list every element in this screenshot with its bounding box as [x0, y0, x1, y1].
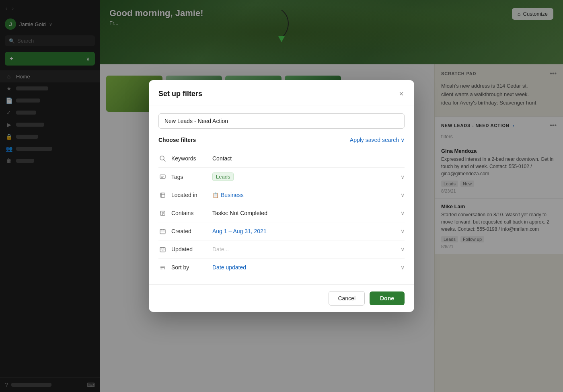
- filter-row-updated: Updated Date... ∨: [158, 240, 405, 259]
- modal-title: Set up filters: [158, 90, 202, 98]
- modal-body: Choose filters Apply saved search ∨: [149, 105, 414, 284]
- located-in-value-area[interactable]: 📋 Business ∨: [212, 192, 405, 198]
- filter-row-sort-by: Sort by Date updated ∨: [158, 259, 405, 276]
- cursor-arrow: [269, 8, 294, 50]
- updated-value: Date...: [212, 246, 229, 252]
- sort-by-value: Date updated: [212, 264, 246, 271]
- created-icon: [158, 227, 166, 235]
- modal-overlay[interactable]: Set up filters × Choose filters Apply sa…: [0, 0, 563, 392]
- svg-marker-0: [278, 36, 285, 42]
- filter-row-tags: Tags Leads ∨: [158, 168, 405, 186]
- sort-by-chevron-icon: ∨: [401, 264, 405, 271]
- contains-value: Tasks: Not Completed: [212, 210, 267, 216]
- updated-value-area[interactable]: Date... ∨: [212, 246, 405, 252]
- filter-rows: Keywords Contact: [158, 150, 405, 276]
- keywords-label: Keywords: [171, 155, 208, 162]
- created-value-area[interactable]: Aug 1 – Aug 31, 2021 ∨: [212, 228, 405, 234]
- keywords-value: Contact: [212, 155, 232, 162]
- choose-filters-label: Choose filters: [158, 137, 196, 143]
- located-in-type-icon: 📋: [212, 192, 219, 198]
- located-in-icon: [158, 191, 166, 199]
- apply-saved-search-button[interactable]: Apply saved search ∨: [350, 137, 405, 143]
- created-chevron-icon: ∨: [401, 228, 405, 234]
- updated-label: Updated: [171, 246, 208, 252]
- located-in-chevron-icon: ∨: [401, 192, 405, 198]
- contains-label: Contains: [171, 210, 208, 216]
- svg-rect-3: [160, 175, 165, 179]
- contains-chevron-icon: ∨: [401, 210, 405, 216]
- filters-section-header: Choose filters Apply saved search ∨: [158, 137, 405, 143]
- located-in-label: Located in: [171, 192, 208, 198]
- done-button[interactable]: Done: [370, 291, 405, 305]
- filter-row-contains: Contains Tasks: Not Completed ∨: [158, 204, 405, 222]
- filter-row-keywords: Keywords Contact: [158, 150, 405, 168]
- close-icon: ×: [399, 89, 404, 98]
- svg-rect-6: [160, 193, 165, 197]
- tags-label: Tags: [171, 174, 208, 180]
- filter-name-input[interactable]: [158, 113, 405, 129]
- modal-footer: Cancel Done: [149, 284, 414, 312]
- updated-icon: [158, 245, 166, 253]
- sort-by-value-area[interactable]: Date updated ∨: [212, 264, 405, 271]
- created-label: Created: [171, 228, 208, 234]
- sort-by-icon: [158, 263, 166, 271]
- svg-rect-18: [160, 247, 165, 252]
- filter-row-created: Created Aug 1 – Aug 31, 2021 ∨: [158, 222, 405, 240]
- modal-dialog: Set up filters × Choose filters Apply sa…: [149, 80, 414, 312]
- apply-saved-search-label: Apply saved search: [350, 137, 399, 143]
- tags-value-area[interactable]: Leads ∨: [212, 172, 405, 181]
- filter-row-located-in: Located in 📋 Business ∨: [158, 186, 405, 204]
- apply-saved-search-chevron: ∨: [401, 137, 405, 143]
- app-shell: ‹ › J Jamie Gold ∨ 🔍 + ∨ ⌂ Home: [0, 0, 563, 392]
- modal-close-button[interactable]: ×: [398, 89, 405, 99]
- contains-icon: [158, 209, 166, 217]
- sort-by-label: Sort by: [171, 264, 208, 271]
- updated-chevron-icon: ∨: [401, 246, 405, 252]
- located-in-value: Business: [221, 192, 244, 198]
- contains-value-area[interactable]: Tasks: Not Completed ∨: [212, 210, 405, 216]
- modal-header: Set up filters ×: [149, 80, 414, 105]
- tags-chevron-icon: ∨: [401, 174, 405, 180]
- created-value: Aug 1 – Aug 31, 2021: [212, 228, 267, 234]
- tags-icon: [158, 173, 166, 181]
- cancel-button[interactable]: Cancel: [329, 291, 365, 306]
- svg-rect-14: [160, 229, 165, 234]
- svg-line-2: [164, 160, 165, 161]
- tags-tag: Leads: [212, 172, 234, 181]
- keywords-value-area[interactable]: Contact: [212, 155, 405, 162]
- keywords-icon: [158, 154, 166, 162]
